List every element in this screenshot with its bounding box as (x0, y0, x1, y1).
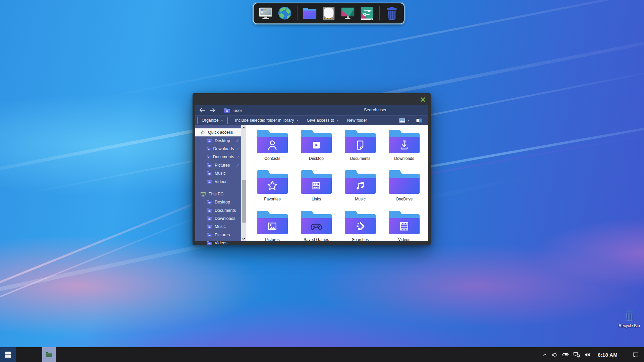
dock-item-browser[interactable] (277, 5, 293, 21)
gamepad-icon (309, 219, 324, 234)
navigation-pane: Quick access Desktop (195, 125, 241, 241)
dock-item-folder[interactable] (302, 5, 318, 21)
dock-item-recycle-bin[interactable] (384, 5, 400, 21)
recycle-bin-label: Recycle Bin (619, 323, 640, 328)
organize-button[interactable]: Organize (197, 117, 228, 124)
taskbar: 6:18 AM (0, 347, 644, 362)
sidebar-item-this-pc[interactable]: This PC (195, 190, 241, 198)
folder-tile-desktop[interactable]: Desktop (296, 129, 337, 161)
action-center-icon[interactable] (632, 351, 639, 358)
address-bar: user Search user (195, 105, 428, 115)
dock-item-drive[interactable] (321, 5, 337, 21)
folder-tile-contacts[interactable]: Contacts (252, 129, 293, 161)
folder-icon (207, 171, 212, 176)
dock-item-personalization[interactable] (359, 5, 375, 21)
new-folder-button[interactable]: New folder (343, 117, 371, 124)
address-path[interactable]: user (233, 108, 242, 113)
search-arrow-icon (354, 220, 367, 233)
dock (253, 3, 405, 24)
sidebar-item-quick-access[interactable]: Quick access (195, 128, 241, 136)
sidebar-spacer (195, 186, 241, 190)
folder-tile-saved-games[interactable]: Saved Games (296, 210, 337, 242)
sidebar-item-pc-desktop[interactable]: Desktop (195, 198, 241, 206)
wallpaper-streak (0, 214, 205, 362)
folder-icon (207, 163, 212, 168)
scrollbar-track[interactable] (241, 130, 246, 236)
folder-icon (207, 233, 212, 237)
chevron-down-icon (296, 120, 299, 121)
folder-icon (224, 108, 230, 113)
system-tray: 6:18 AM (542, 347, 644, 362)
folder-icon (207, 200, 212, 204)
chevron-up-icon[interactable] (542, 352, 548, 358)
folder-icon (207, 146, 211, 151)
folder-icon (302, 6, 317, 21)
folder-tile-music[interactable]: Music (340, 170, 381, 201)
sidebar-item-pc-music[interactable]: Music (195, 223, 241, 231)
folder-tile-favorites[interactable]: Favorites (252, 170, 293, 201)
recycle-bin-icon (623, 308, 636, 322)
folder-tile-documents[interactable]: Documents (340, 129, 381, 161)
scroll-down-icon[interactable] (241, 236, 246, 241)
taskbar-explorer-button[interactable] (42, 347, 56, 362)
back-arrow-icon[interactable] (199, 107, 206, 113)
download-icon (397, 138, 411, 152)
folder-tile-links[interactable]: Links (296, 170, 337, 201)
sidebar-item-pc-downloads[interactable]: Downloads (195, 215, 241, 223)
folder-tile-onedrive[interactable]: OneDrive (384, 170, 425, 201)
sidebar-item-pc-videos[interactable]: Videos (195, 239, 241, 247)
device-tray-icon[interactable] (551, 351, 558, 358)
recycle-bin-icon (384, 6, 399, 21)
battery-charging-icon[interactable] (562, 351, 569, 358)
sidebar-item-pc-pictures[interactable]: Pictures (195, 231, 241, 239)
dock-separator (297, 6, 298, 20)
explorer-window: user Search user Organize Include select… (193, 93, 431, 245)
titlebar[interactable] (193, 93, 431, 105)
sidebar-item-pc-documents[interactable]: Documents (195, 206, 241, 215)
close-button[interactable] (420, 96, 426, 103)
dock-item-display-settings[interactable] (340, 5, 356, 21)
preview-pane-button[interactable] (415, 117, 423, 124)
star-icon (265, 179, 279, 193)
chevron-down-icon (221, 120, 223, 121)
include-in-library-button[interactable]: Include selected folder in library (231, 117, 303, 124)
sidebar-scrollbar[interactable] (241, 125, 246, 241)
clock[interactable]: 6:18 AM (598, 352, 618, 358)
sidebar-item-desktop[interactable]: Desktop (195, 136, 241, 144)
person-icon (266, 138, 279, 152)
folder-icon (207, 138, 212, 143)
change-view-button[interactable] (398, 117, 411, 124)
sidebar-item-downloads[interactable]: Downloads (195, 145, 241, 153)
chevron-down-icon (336, 120, 339, 121)
sidebar-item-documents[interactable]: Documents (195, 153, 241, 161)
sidebar-item-music[interactable]: Music (195, 169, 241, 177)
dock-separator (379, 6, 380, 20)
list-rack-icon (310, 179, 323, 192)
folder-icon (207, 155, 211, 159)
forward-arrow-icon[interactable] (209, 107, 216, 113)
sliders-icon (359, 6, 375, 21)
folder-icon (207, 216, 212, 221)
volume-icon[interactable] (584, 351, 591, 358)
give-access-button[interactable]: Give access to (303, 117, 343, 124)
folder-tile-videos[interactable]: Videos (384, 210, 425, 242)
start-button[interactable] (0, 347, 16, 362)
monitor-play-icon (310, 138, 323, 152)
scrollbar-thumb[interactable] (242, 180, 246, 223)
close-icon (420, 97, 426, 102)
sidebar-item-videos[interactable]: Videos (195, 177, 241, 185)
scroll-up-icon[interactable] (241, 125, 246, 130)
desktop-recycle-bin[interactable]: Recycle Bin (616, 308, 642, 328)
folder-icon (207, 241, 212, 245)
folder-tile-searches[interactable]: Searches (340, 210, 381, 242)
chevron-down-icon (407, 120, 410, 121)
music-note-icon (354, 179, 367, 192)
dock-item-desktop[interactable] (258, 5, 274, 21)
network-icon[interactable] (573, 351, 580, 358)
sidebar-item-pictures[interactable]: Pictures (195, 161, 241, 169)
folder-tile-downloads[interactable]: Downloads (384, 129, 425, 161)
search-input[interactable]: Search user (364, 108, 386, 112)
pin-icon (236, 146, 239, 151)
folder-tile-pictures[interactable]: Pictures (252, 210, 293, 242)
thumbnail-view-icon (399, 118, 405, 123)
